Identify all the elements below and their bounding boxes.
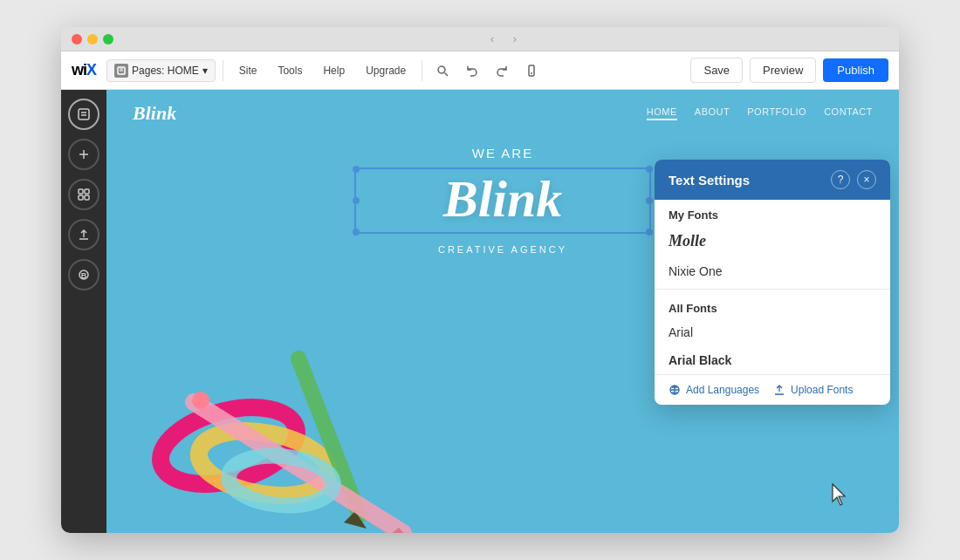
pencils-image bbox=[124, 271, 456, 533]
svg-rect-12 bbox=[79, 189, 83, 194]
browser-window: ‹ › wiX Pages: HOME ▾ Site Tools Help Up… bbox=[61, 27, 899, 533]
save-button[interactable]: Save bbox=[690, 58, 743, 83]
panel-title: Text Settings bbox=[669, 173, 750, 188]
handle-tr bbox=[646, 166, 653, 173]
pages-dropdown[interactable]: Pages: HOME ▾ bbox=[106, 59, 216, 82]
font-item-arial[interactable]: Arial bbox=[655, 318, 890, 346]
mouse-cursor bbox=[831, 482, 848, 507]
sidebar-add-icon[interactable] bbox=[68, 139, 99, 170]
publish-button[interactable]: Publish bbox=[823, 58, 888, 82]
svg-rect-7 bbox=[79, 109, 89, 120]
panel-help-button[interactable]: ? bbox=[831, 170, 850, 189]
add-languages-label: Add Languages bbox=[686, 384, 759, 396]
mobile-view-icon-btn[interactable] bbox=[518, 58, 545, 84]
handle-bl bbox=[353, 229, 360, 236]
svg-rect-14 bbox=[79, 195, 83, 200]
svg-rect-15 bbox=[85, 195, 89, 200]
pages-icon bbox=[114, 64, 128, 78]
all-fonts-label: All Fonts bbox=[655, 293, 890, 318]
font-item-molle[interactable]: Molle bbox=[655, 225, 890, 257]
handle-br bbox=[646, 229, 653, 236]
font-item-arial-black[interactable]: Arial Black bbox=[655, 346, 890, 374]
editor-area: B Blink HOME ABOUT PORTFOLIO CONTACT WE … bbox=[61, 90, 899, 533]
site-nav: Blink HOME ABOUT PORTFOLIO CONTACT bbox=[106, 90, 899, 137]
browser-titlebar: ‹ › bbox=[61, 27, 899, 51]
close-button[interactable] bbox=[72, 34, 82, 44]
left-sidebar: B bbox=[61, 90, 106, 533]
panel-divider bbox=[655, 289, 890, 290]
maximize-button[interactable] bbox=[103, 34, 113, 44]
help-menu-btn[interactable]: Help bbox=[314, 59, 353, 82]
panel-header-icons: ? × bbox=[831, 170, 876, 189]
panel-header: Text Settings ? × bbox=[655, 160, 890, 200]
svg-text:B: B bbox=[81, 271, 87, 280]
svg-rect-5 bbox=[529, 65, 534, 76]
site-menu: HOME ABOUT PORTFOLIO CONTACT bbox=[647, 106, 873, 120]
nav-contact[interactable]: CONTACT bbox=[824, 106, 873, 120]
upload-fonts-action[interactable]: Upload Fonts bbox=[773, 384, 853, 396]
handle-tl bbox=[353, 166, 360, 173]
svg-line-4 bbox=[445, 72, 449, 76]
sidebar-upload-icon[interactable] bbox=[68, 219, 99, 250]
hero-pre-text: WE ARE bbox=[106, 146, 899, 160]
dropdown-chevron-icon: ▾ bbox=[202, 65, 208, 77]
back-arrow-icon[interactable]: ‹ bbox=[484, 31, 500, 47]
font-item-nixie[interactable]: Nixie One bbox=[655, 257, 890, 285]
toolbar-separator-2 bbox=[422, 60, 422, 81]
text-selection-box[interactable]: Blink bbox=[354, 167, 651, 234]
svg-point-26 bbox=[192, 392, 209, 409]
toolbar-separator bbox=[223, 60, 223, 81]
pages-label: Pages: HOME bbox=[132, 65, 199, 77]
nav-about[interactable]: ABOUT bbox=[695, 106, 730, 120]
my-fonts-label: My Fonts bbox=[655, 200, 890, 225]
svg-rect-13 bbox=[85, 189, 89, 194]
search-icon-btn[interactable] bbox=[429, 58, 456, 84]
browser-nav: ‹ › bbox=[484, 31, 523, 47]
minimize-button[interactable] bbox=[87, 34, 98, 44]
add-languages-action[interactable]: Add Languages bbox=[669, 384, 759, 396]
upload-fonts-icon bbox=[773, 384, 785, 396]
sidebar-apps-icon[interactable] bbox=[68, 179, 99, 210]
preview-button[interactable]: Preview bbox=[750, 58, 816, 83]
undo-icon-btn[interactable] bbox=[459, 58, 485, 84]
site-menu-btn[interactable]: Site bbox=[230, 59, 266, 82]
redo-icon-btn[interactable] bbox=[489, 58, 515, 84]
panel-close-button[interactable]: × bbox=[857, 170, 876, 189]
site-brand: Blink bbox=[133, 102, 176, 125]
nav-portfolio[interactable]: PORTFOLIO bbox=[747, 106, 806, 120]
upgrade-menu-btn[interactable]: Upgrade bbox=[357, 59, 415, 82]
forward-arrow-icon[interactable]: › bbox=[507, 31, 523, 47]
text-settings-panel: Text Settings ? × My Fonts Molle Nixie O… bbox=[655, 160, 890, 405]
svg-point-3 bbox=[438, 66, 445, 73]
upload-fonts-label: Upload Fonts bbox=[791, 384, 853, 396]
add-languages-icon bbox=[669, 384, 681, 396]
canvas-area[interactable]: Blink HOME ABOUT PORTFOLIO CONTACT WE AR… bbox=[106, 90, 899, 533]
handle-ml bbox=[353, 197, 360, 204]
wix-toolbar: wiX Pages: HOME ▾ Site Tools Help Upgrad… bbox=[61, 51, 899, 90]
sidebar-pages-icon[interactable] bbox=[68, 99, 99, 130]
panel-footer: Add Languages Upload Fonts bbox=[655, 374, 890, 405]
wix-logo: wiX bbox=[72, 61, 96, 79]
sidebar-blog-icon[interactable]: B bbox=[68, 259, 99, 290]
tools-menu-btn[interactable]: Tools bbox=[269, 59, 311, 82]
handle-mr bbox=[646, 197, 653, 204]
hero-title: Blink bbox=[365, 173, 641, 225]
nav-home[interactable]: HOME bbox=[647, 106, 677, 120]
